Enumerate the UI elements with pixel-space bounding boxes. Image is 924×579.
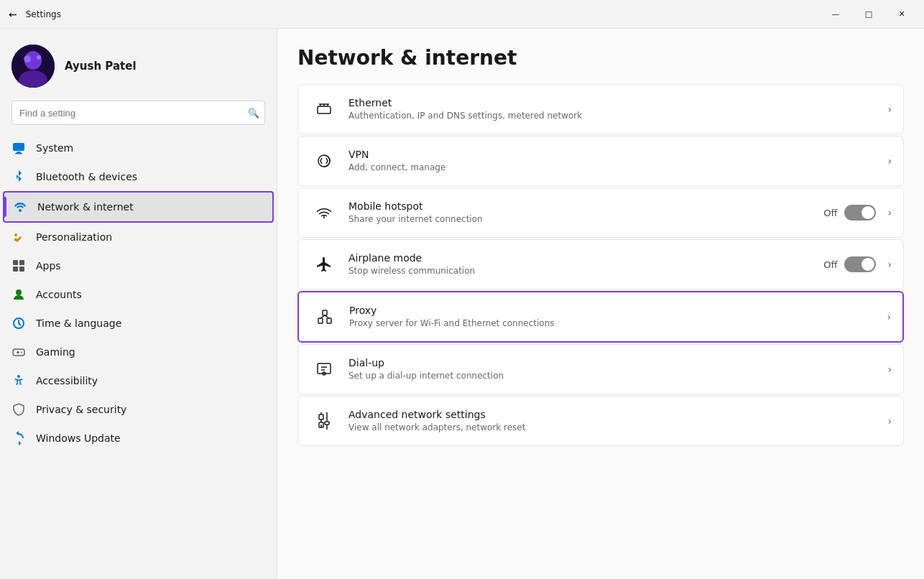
hotspot-title: Mobile hotspot [348,200,816,214]
sidebar-item-gaming[interactable]: Gaming [0,338,277,366]
sidebar-item-privacy-label: Privacy & security [36,404,126,415]
settings-item-airplane[interactable]: Airplane mode Stop wireless communicatio… [297,239,904,290]
ethernet-subtitle: Authentication, IP and DNS settings, met… [348,110,876,122]
dialup-icon [310,355,338,384]
system-icon [11,141,26,155]
airplane-text: Airplane mode Stop wireless communicatio… [348,251,816,277]
svg-rect-28 [327,318,331,323]
settings-item-hotspot[interactable]: Mobile hotspot Share your internet conne… [297,187,904,238]
settings-item-proxy[interactable]: Proxy Proxy server for Wi-Fi and Etherne… [297,291,904,343]
sidebar-item-update[interactable]: Windows Update [0,424,277,453]
settings-item-ethernet[interactable]: Ethernet Authentication, IP and DNS sett… [297,84,904,134]
user-profile[interactable]: Ayush Patel [0,29,277,101]
svg-rect-20 [318,106,331,114]
settings-item-vpn[interactable]: VPN Add, connect, manage › [297,136,904,186]
ethernet-chevron: › [887,103,892,115]
settings-item-dialup[interactable]: Dial-up Set up a dial-up internet connec… [297,344,904,394]
ethernet-text: Ethernet Authentication, IP and DNS sett… [348,96,876,122]
content-area: Network & internet Ethernet Authenticati… [277,29,924,579]
svg-rect-12 [19,267,24,272]
back-icon[interactable]: ← [9,9,17,20]
accessibility-icon [11,374,26,388]
svg-point-13 [16,290,22,295]
search-input[interactable] [11,101,265,125]
search-box: 🔍 [11,101,265,125]
personalization-icon [11,230,26,244]
minimize-button[interactable]: — [819,0,852,29]
user-name: Ayush Patel [65,60,137,73]
airplane-chevron: › [887,259,892,270]
hotspot-toggle[interactable] [844,205,876,221]
sidebar-item-apps[interactable]: Apps [0,251,277,280]
vpn-chevron: › [887,155,892,167]
titlebar-left: ← Settings [9,9,61,20]
sidebar-item-privacy[interactable]: Privacy & security [0,395,277,424]
hotspot-toggle-label: Off [823,208,837,218]
sidebar-item-accounts[interactable]: Accounts [0,280,277,309]
sidebar-item-time[interactable]: Time & language [0,309,277,338]
hotspot-chevron: › [887,207,892,218]
sidebar-item-personalization-label: Personalization [36,231,112,243]
app-body: Ayush Patel 🔍 System Bluetooth & devices [0,29,924,579]
svg-point-18 [21,352,22,353]
dialup-chevron: › [887,363,892,375]
dialup-right: › [883,363,892,375]
hotspot-icon [310,198,338,227]
settings-list: Ethernet Authentication, IP and DNS sett… [297,84,904,446]
maximize-button[interactable]: □ [852,0,885,29]
ethernet-right: › [883,103,892,115]
sidebar: Ayush Patel 🔍 System Bluetooth & devices [0,29,277,579]
privacy-icon [11,402,26,417]
time-icon [11,316,26,330]
network-icon [13,200,27,214]
ethernet-title: Ethernet [348,96,876,111]
svg-point-19 [17,375,20,378]
sidebar-item-time-label: Time & language [36,318,121,329]
airplane-subtitle: Stop wireless communication [348,265,816,277]
advanced-title: Advanced network settings [348,408,876,422]
sidebar-item-bluetooth[interactable]: Bluetooth & devices [0,162,277,191]
svg-rect-6 [17,152,21,153]
apps-icon [11,259,26,273]
svg-point-4 [37,55,41,60]
search-icon: 🔍 [248,108,259,119]
svg-rect-11 [13,267,18,272]
svg-rect-9 [13,260,18,265]
svg-point-8 [19,209,22,212]
svg-rect-7 [15,153,22,154]
advanced-subtitle: View all network adapters, network reset [348,422,876,434]
titlebar: ← Settings — □ ✕ [0,0,924,29]
airplane-toggle-knob [861,258,874,271]
vpn-title: VPN [348,148,876,162]
svg-point-3 [24,55,31,62]
sidebar-item-system[interactable]: System [0,134,277,162]
hotspot-text: Mobile hotspot Share your internet conne… [348,200,816,226]
svg-rect-5 [13,143,24,151]
hotspot-right: Off › [823,205,892,221]
sidebar-item-system-label: System [36,142,73,154]
sidebar-item-update-label: Windows Update [36,432,121,444]
settings-item-advanced[interactable]: Advanced network settings View all netwo… [297,396,904,446]
sidebar-item-personalization[interactable]: Personalization [0,223,277,251]
sidebar-item-network-label: Network & internet [37,201,134,213]
advanced-text: Advanced network settings View all netwo… [348,408,876,434]
gaming-icon [11,345,26,359]
sidebar-item-apps-label: Apps [36,260,61,272]
airplane-toggle-label: Off [823,259,837,270]
svg-line-29 [320,315,325,318]
proxy-subtitle: Proxy server for Wi-Fi and Ethernet conn… [349,318,875,330]
svg-rect-26 [318,318,323,323]
titlebar-title: Settings [26,9,61,19]
dialup-subtitle: Set up a dial-up internet connection [348,370,876,382]
sidebar-item-network[interactable]: Network & internet [3,191,274,223]
vpn-text: VPN Add, connect, manage [348,148,876,174]
sidebar-item-accessibility[interactable]: Accessibility [0,366,277,395]
svg-rect-36 [319,414,323,420]
advanced-chevron: › [887,415,892,427]
airplane-toggle[interactable] [844,256,876,272]
airplane-right: Off › [823,256,892,272]
accounts-icon [11,287,26,302]
sidebar-item-bluetooth-label: Bluetooth & devices [36,171,137,182]
dialup-title: Dial-up [348,356,876,371]
close-button[interactable]: ✕ [885,0,918,29]
